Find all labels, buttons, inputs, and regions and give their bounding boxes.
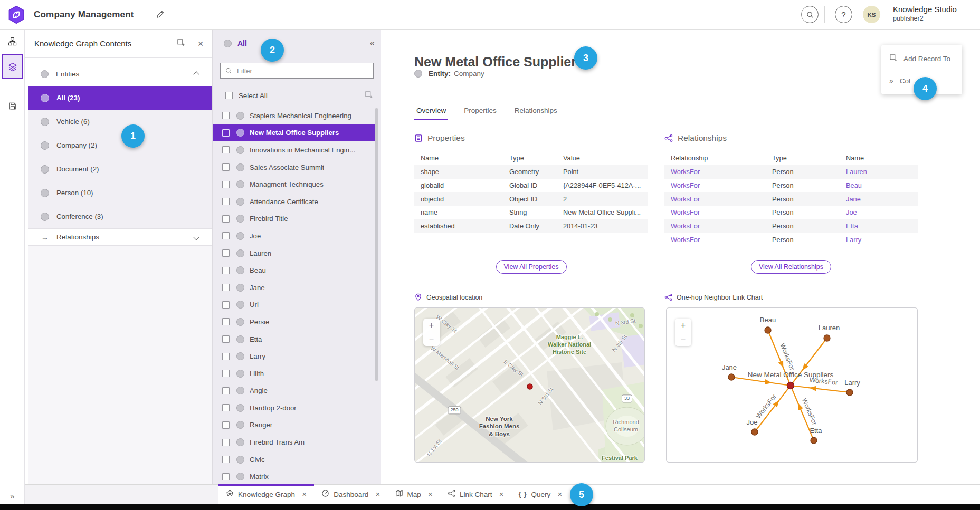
help-button[interactable]: ? <box>835 6 852 23</box>
close-panel-icon[interactable]: ✕ <box>197 40 204 48</box>
view-all-relationships-button[interactable]: View All Relationships <box>751 260 831 274</box>
table-cell[interactable]: WorksFor <box>664 208 766 216</box>
table-row[interactable]: WorksForPersonBeau <box>664 179 918 193</box>
search-button[interactable] <box>801 6 819 23</box>
list-item[interactable]: Hardtop 2-door <box>213 399 375 417</box>
graph-node[interactable] <box>846 389 853 396</box>
list-item[interactable]: Joe <box>213 227 375 245</box>
edit-title-icon[interactable] <box>156 10 165 21</box>
list-item[interactable]: Angie <box>213 382 375 400</box>
table-cell[interactable]: WorksFor <box>664 195 766 203</box>
view-all-properties-button[interactable]: View All Properties <box>496 260 567 274</box>
radio-icon[interactable] <box>41 141 49 150</box>
avatar[interactable]: KS <box>863 6 880 23</box>
table-row[interactable]: WorksForPersonLarry <box>664 233 918 246</box>
table-row[interactable]: nameStringNew Metal Office Suppli... <box>414 206 648 219</box>
checkbox-icon[interactable] <box>222 318 230 325</box>
view-tab-link-chart[interactable]: Link Chart✕ <box>440 485 511 504</box>
checkbox-icon[interactable] <box>222 421 230 429</box>
checkbox-icon[interactable] <box>222 267 230 274</box>
table-row[interactable]: objectidObject ID2 <box>414 192 648 206</box>
view-tab-dashboard[interactable]: Dashboard✕ <box>314 485 387 504</box>
list-item[interactable]: Lilith <box>213 365 375 382</box>
table-cell[interactable]: WorksFor <box>664 222 766 230</box>
entity-type-row[interactable]: Company (2) <box>28 133 212 157</box>
list-item[interactable]: Firebird Trans Am <box>213 434 375 451</box>
table-row[interactable]: establishedDate Only2014-01-23 <box>414 219 648 233</box>
filter-input[interactable] <box>236 66 369 75</box>
list-item[interactable]: Sales Associate Summit <box>213 159 375 176</box>
rail-item-save[interactable] <box>0 97 25 115</box>
table-cell[interactable]: Beau <box>840 181 914 189</box>
view-tab-query[interactable]: { }Query✕ <box>511 485 570 504</box>
graph-node[interactable] <box>765 327 771 333</box>
table-cell[interactable]: Joe <box>840 208 914 216</box>
user-block[interactable]: Knowledge Studio publisher2 <box>893 5 957 23</box>
add-record-icon[interactable] <box>365 91 373 100</box>
chevron-down-icon[interactable] <box>193 234 199 240</box>
radio-icon[interactable] <box>224 40 232 47</box>
context-menu-item[interactable]: Add Record To <box>881 47 962 70</box>
list-item[interactable]: Etta <box>213 331 375 348</box>
relationships-section-header[interactable]: → Relationships <box>28 228 212 246</box>
checkbox-icon[interactable] <box>222 353 230 360</box>
select-all-row[interactable]: Select All <box>213 88 381 103</box>
list-item[interactable]: Civic <box>213 451 375 468</box>
graph-node[interactable] <box>811 437 817 444</box>
close-tab-icon[interactable]: ✕ <box>557 491 562 498</box>
close-tab-icon[interactable]: ✕ <box>302 491 307 498</box>
graph-node[interactable] <box>751 429 758 435</box>
rail-item-schema[interactable] <box>0 32 25 50</box>
checkbox-icon[interactable] <box>222 112 230 119</box>
checkbox-icon[interactable] <box>222 370 230 377</box>
checkbox-icon[interactable] <box>222 284 230 291</box>
list-item[interactable]: Uri <box>213 296 375 314</box>
radio-icon[interactable] <box>41 165 49 174</box>
close-tab-icon[interactable]: ✕ <box>428 491 433 498</box>
table-cell[interactable]: WorksFor <box>664 236 766 244</box>
view-tab-knowledge-graph[interactable]: Knowledge Graph✕ <box>218 485 314 504</box>
table-cell[interactable]: Larry <box>840 236 914 244</box>
list-item[interactable]: Staplers Mechanical Engineering <box>213 107 375 124</box>
close-tab-icon[interactable]: ✕ <box>375 491 380 498</box>
table-cell[interactable]: Jane <box>840 195 914 203</box>
zoom-in-button[interactable]: + <box>675 319 691 332</box>
zoom-in-button[interactable]: + <box>423 319 440 332</box>
list-item[interactable]: Jane <box>213 279 375 296</box>
zoom-out-button[interactable]: − <box>423 332 440 346</box>
entity-type-row[interactable]: Vehicle (6) <box>28 110 212 133</box>
checkbox-icon[interactable] <box>222 456 230 463</box>
checkbox-icon[interactable] <box>222 301 230 309</box>
list-item[interactable]: Firebird Title <box>213 210 375 228</box>
list-item[interactable]: Matrix <box>213 468 375 484</box>
list-item[interactable]: Innovations in Mechanical Engin... <box>213 141 375 159</box>
checkbox-icon[interactable] <box>222 198 230 205</box>
checkbox-icon[interactable] <box>222 404 230 411</box>
table-row[interactable]: globalidGlobal ID{A228944F-0EF5-412A-... <box>414 179 648 193</box>
list-item[interactable]: Attendance Certificate <box>213 193 375 210</box>
checkbox-icon[interactable] <box>222 181 230 188</box>
table-cell[interactable]: Lauren <box>840 168 914 176</box>
radio-icon[interactable] <box>41 118 49 126</box>
checkbox-icon[interactable] <box>222 473 230 480</box>
list-item[interactable]: Lauren <box>213 245 375 262</box>
table-row[interactable]: WorksForPersonJoe <box>664 206 918 219</box>
checkbox-icon[interactable] <box>222 439 230 446</box>
list-item[interactable]: Managment Techniques <box>213 176 375 193</box>
view-tab-map[interactable]: Map✕ <box>388 485 440 504</box>
list-item[interactable]: Ranger <box>213 417 375 434</box>
checkbox-icon[interactable] <box>222 129 230 137</box>
graph-node[interactable] <box>824 335 830 341</box>
table-row[interactable]: WorksForPersonJane <box>664 192 918 206</box>
checkbox-icon[interactable] <box>222 335 230 343</box>
one-hop-link-chart[interactable]: WorksForWorksForWorksForWorksForBeauLaur… <box>666 307 918 463</box>
entity-type-row[interactable]: Person (10) <box>28 181 212 205</box>
radio-icon[interactable] <box>41 213 49 221</box>
checkbox-icon[interactable] <box>222 232 230 239</box>
zoom-out-button[interactable]: − <box>675 332 691 346</box>
list-item[interactable]: Beau <box>213 262 375 279</box>
rail-item-contents[interactable] <box>2 54 23 79</box>
table-cell[interactable]: Etta <box>840 222 914 230</box>
table-row[interactable]: WorksForPersonEtta <box>664 219 918 233</box>
checkbox-icon[interactable] <box>222 249 230 257</box>
